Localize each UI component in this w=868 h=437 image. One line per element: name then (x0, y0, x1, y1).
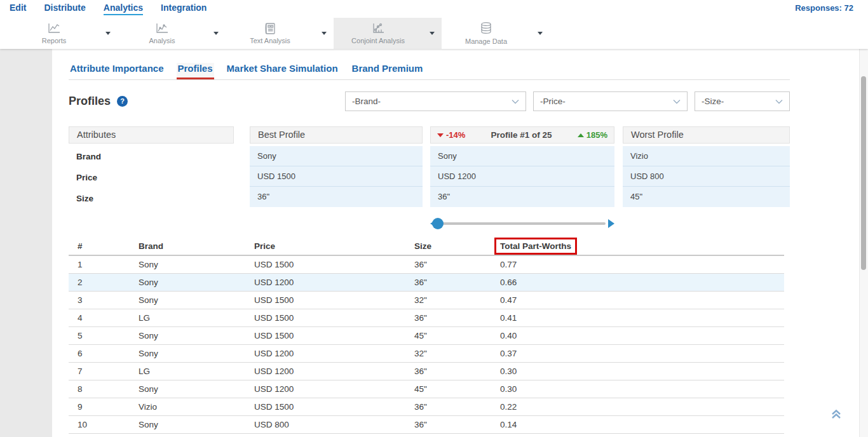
table-row[interactable]: 8SonyUSD 120045"0.30 (69, 380, 784, 398)
manage-data-button[interactable]: Manage Data (442, 18, 531, 49)
current-profile-brand: Sony (430, 146, 614, 166)
brand-dropdown[interactable]: -Brand- (345, 91, 526, 111)
triangle-down-icon (437, 133, 444, 137)
text-analysis-dropdown-caret[interactable] (315, 18, 334, 49)
profile-slider (430, 217, 614, 230)
caret-down-icon (430, 32, 435, 35)
double-chevron-up-icon (830, 412, 843, 422)
text-analysis-button[interactable]: Text Analysis (226, 18, 315, 49)
conjoint-analysis-label: Conjoint Analysis (351, 37, 405, 44)
vertical-scrollbar[interactable] (859, 49, 868, 437)
caret-down-icon (214, 32, 219, 35)
manage-data-dropdown-caret[interactable] (531, 18, 550, 49)
table-row[interactable]: 7LGUSD 120036"0.30 (69, 363, 784, 380)
table-row[interactable]: 10SonyUSD 80036"0.14 (69, 416, 784, 434)
conjoint-analysis-dropdown-caret[interactable] (423, 18, 442, 49)
main-content: Attribute Importance Profiles Market Sha… (52, 49, 859, 437)
reports-button[interactable]: Reports (10, 18, 98, 49)
table-cell: Vizio (130, 402, 245, 412)
analysis-button[interactable]: Analysis (118, 18, 207, 49)
table-cell: USD 1500 (245, 313, 405, 323)
slider-right-arrow-icon[interactable] (608, 219, 614, 228)
slider-track[interactable] (435, 222, 606, 225)
table-cell: 6 (69, 349, 130, 358)
manage-data-label: Manage Data (465, 37, 507, 45)
slider-handle[interactable] (432, 218, 444, 229)
table-cell: 45" (405, 331, 491, 340)
table-row[interactable]: 5SonyUSD 150045"0.40 (69, 327, 784, 345)
table-cell: Sony (130, 349, 245, 358)
table-cell: USD 1200 (245, 366, 405, 376)
toolbar-group-analysis: Analysis (118, 18, 226, 49)
nav-edit[interactable]: Edit (10, 3, 26, 15)
table-row[interactable]: 4LGUSD 150036"0.41 (69, 309, 784, 327)
caret-down-icon (322, 32, 327, 35)
table-cell: USD 1500 (245, 260, 405, 269)
tab-attribute-importance[interactable]: Attribute Importance (69, 63, 165, 79)
worst-profile-brand: Vizio (623, 146, 790, 166)
current-profile-price: USD 1200 (430, 166, 614, 187)
table-cell: 0.30 (491, 366, 784, 376)
table-cell: 0.40 (491, 331, 784, 340)
nav-analytics[interactable]: Analytics (104, 3, 143, 15)
chevron-down-icon (775, 97, 783, 106)
price-dropdown[interactable]: -Price- (533, 91, 688, 111)
responses-count[interactable]: Responses: 72 (795, 3, 853, 13)
table-cell: 8 (69, 384, 130, 394)
tab-brand-premium[interactable]: Brand Premium (351, 63, 424, 79)
table-cell: 0.41 (491, 313, 784, 323)
reports-label: Reports (42, 37, 67, 44)
table-cell: USD 1500 (245, 331, 405, 340)
table-row[interactable]: 6SonyUSD 120032"0.37 (69, 345, 784, 363)
profile-filters: -Brand- -Price- -Size- (345, 91, 790, 111)
caret-down-icon (538, 32, 543, 35)
line-chart-icon (46, 22, 62, 35)
reports-dropdown-caret[interactable] (98, 18, 118, 49)
table-row[interactable]: 1SonyUSD 150036"0.77 (69, 256, 784, 274)
table-row[interactable]: 11LGUSD 150032"0.12 (69, 434, 784, 437)
text-book-icon (263, 22, 277, 35)
chevron-down-icon (673, 97, 681, 106)
toolbar-group-text-analysis: Text Analysis (226, 18, 334, 49)
toolbar-group-manage-data: Manage Data (442, 18, 550, 49)
table-cell: Sony (130, 260, 245, 269)
table-row[interactable]: 9VizioUSD 150036"0.22 (69, 398, 784, 416)
scroll-to-top-button[interactable] (830, 408, 843, 423)
caret-down-icon (105, 32, 111, 35)
top-nav-bar: Edit Distribute Analytics Integration Re… (0, 0, 868, 18)
table-row[interactable]: 3SonyUSD 150032"0.47 (69, 292, 784, 309)
worst-profile-header: Worst Profile (623, 126, 790, 144)
table-cell: USD 1500 (245, 402, 405, 412)
current-profile-panel: -14% Profile #1 of 25 185% Sony USD 1200… (430, 126, 614, 209)
header-brand: Brand (130, 241, 245, 251)
table-cell: 36" (405, 278, 491, 287)
worse-than-best-pct: -14% (437, 127, 465, 143)
best-profile-panel: Best Profile Sony USD 1500 36" (250, 126, 423, 209)
tab-market-share-simulation[interactable]: Market Share Simulation (226, 63, 339, 79)
table-cell: Sony (130, 384, 245, 394)
table-cell: 36" (405, 366, 491, 376)
nav-distribute[interactable]: Distribute (44, 3, 85, 15)
table-cell: Sony (130, 331, 245, 340)
analysis-dropdown-caret[interactable] (207, 18, 226, 49)
brand-dropdown-value: -Brand- (352, 97, 381, 106)
table-cell: USD 1500 (245, 295, 405, 305)
best-profile-price: USD 1500 (250, 166, 423, 187)
header-price: Price (245, 241, 405, 251)
table-cell: Sony (130, 295, 245, 305)
size-dropdown[interactable]: -Size- (695, 91, 790, 111)
table-cell: 0.37 (491, 349, 784, 358)
help-icon[interactable]: ? (117, 96, 128, 107)
attribute-label-brand: Brand (69, 146, 234, 167)
nav-integration[interactable]: Integration (161, 3, 207, 15)
table-cell: 0.22 (491, 402, 784, 412)
scrollbar-thumb[interactable] (861, 76, 866, 270)
triangle-up-icon (578, 133, 584, 137)
attributes-header: Attributes (69, 126, 234, 144)
text-analysis-label: Text Analysis (250, 37, 290, 44)
profiles-table: # Brand Price Size Total Part-Worths 1So… (69, 238, 784, 437)
table-row[interactable]: 2SonyUSD 120036"0.66 (69, 274, 784, 292)
tab-profiles[interactable]: Profiles (177, 63, 214, 79)
conjoint-analysis-button[interactable]: Conjoint Analysis (334, 18, 423, 49)
conjoint-subtabs: Attribute Importance Profiles Market Sha… (69, 49, 790, 79)
